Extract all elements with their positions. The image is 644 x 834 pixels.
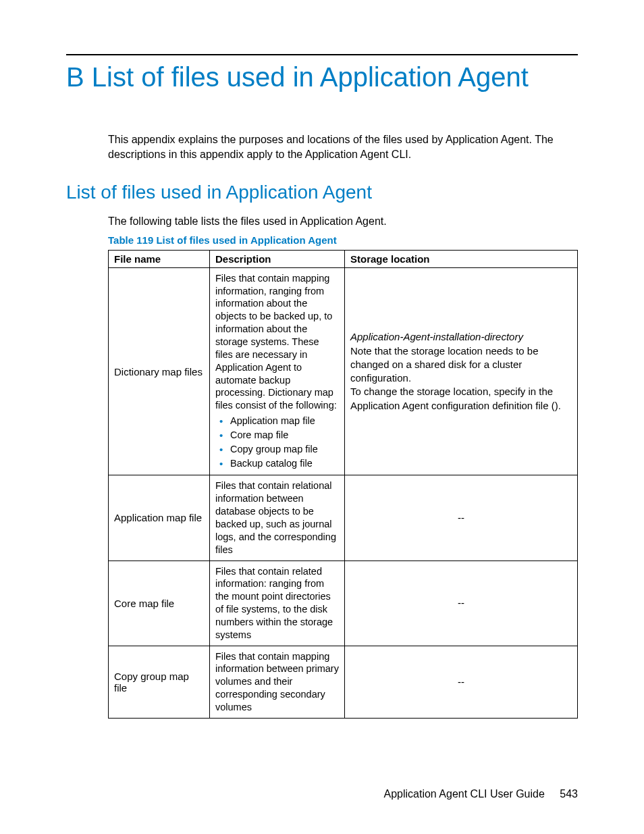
list-item: Application map file [219, 415, 339, 427]
desc-main-text: Files that contain mapping information, … [215, 273, 337, 411]
page-content: B List of files used in Application Agen… [0, 0, 644, 719]
loc-note: Note that the storage location needs to … [350, 344, 572, 386]
table-row: Dictionary map files Files that contain … [109, 267, 578, 475]
cell-storage-location: -- [345, 646, 578, 718]
page-footer: Application Agent CLI User Guide 543 [383, 788, 578, 800]
th-file-name: File name [109, 250, 210, 267]
cell-file-name: Copy group map file [109, 646, 210, 718]
section-title: List of files used in Application Agent [66, 182, 578, 203]
loc-install-dir: Application-Agent-installation-directory [350, 330, 572, 344]
cell-file-name: Dictionary map files [109, 267, 210, 475]
loc-change: To change the storage location, specify … [350, 385, 572, 413]
cell-storage-location: -- [345, 561, 578, 646]
desc-sublist: Application map file Core map file Copy … [215, 415, 339, 469]
table-caption: Table 119 List of files used in Applicat… [108, 234, 578, 246]
cell-description: Files that contain relational informatio… [210, 475, 345, 561]
cell-file-name: Application map file [109, 475, 210, 561]
table-row: Application map file Files that contain … [109, 475, 578, 561]
cell-storage-location: -- [345, 475, 578, 561]
list-item: Copy group map file [219, 443, 339, 456]
loc-change-c: ). [555, 400, 561, 411]
footer-page-number: 543 [560, 788, 578, 800]
table-row: Copy group map file Files that contain m… [109, 646, 578, 718]
cell-file-name: Core map file [109, 561, 210, 646]
table-header-row: File name Description Storage location [109, 250, 578, 267]
table-row: Core map file Files that contain related… [109, 561, 578, 646]
loc-change-a: To change the storage location, specify [350, 386, 529, 397]
cell-storage-location: Application-Agent-installation-directory… [345, 267, 578, 475]
th-storage-location: Storage location [345, 250, 578, 267]
appendix-title: B List of files used in Application Agen… [66, 62, 578, 92]
cell-description: Files that contain mapping information, … [210, 267, 345, 475]
files-table: File name Description Storage location D… [108, 250, 578, 719]
list-item: Backup catalog file [219, 457, 339, 470]
list-item: Core map file [219, 429, 339, 442]
cell-description: Files that contain mapping information b… [210, 646, 345, 718]
top-rule [66, 54, 578, 55]
footer-doc-title: Application Agent CLI User Guide [383, 788, 544, 800]
section-intro: The following table lists the files used… [108, 214, 578, 229]
th-description: Description [210, 250, 345, 267]
cell-description: Files that contain related information: … [210, 561, 345, 646]
appendix-intro: This appendix explains the purposes and … [108, 132, 578, 161]
